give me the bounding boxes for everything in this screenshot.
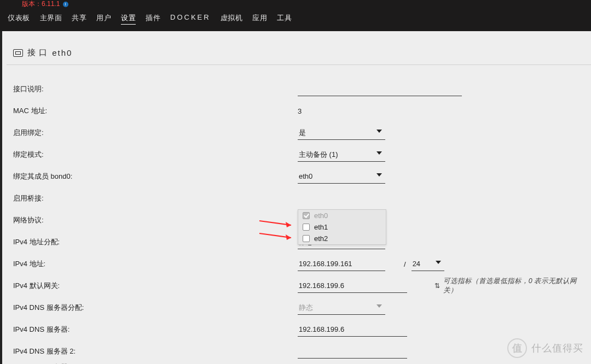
ipv4-dns1-input[interactable] <box>298 322 407 337</box>
ipv4-dns1-label: IPv4 DNS 服务器: <box>13 325 298 334</box>
dropdown-item-eth1[interactable]: eth1 <box>298 221 386 233</box>
nav-vm[interactable]: 虚拟机 <box>221 13 243 25</box>
nav-docker[interactable]: DOCKER <box>170 13 211 25</box>
annotation-arrow-2 <box>257 228 301 242</box>
watermark-text: 什么值得买 <box>531 342 583 355</box>
ipv4-gw-label: IPv4 默认网关: <box>13 281 298 291</box>
ipv4-assign-label: IPv4 地址分配: <box>13 237 298 247</box>
nav-users[interactable]: 用户 <box>96 13 111 25</box>
mac-value: 3 <box>298 107 302 115</box>
sort-icon: ⇅ <box>434 282 440 290</box>
bond-members-dropdown[interactable]: eth0 eth1 eth2 <box>298 209 386 245</box>
bridge-label: 启用桥接: <box>13 193 298 203</box>
nav-share[interactable]: 共享 <box>72 13 86 25</box>
nav-tools[interactable]: 工具 <box>277 13 292 25</box>
ipv4-dns-assign-label: IPv4 DNS 服务器分配: <box>13 303 298 313</box>
bond-mode-select[interactable] <box>298 148 385 162</box>
checkbox-icon[interactable] <box>303 224 310 231</box>
interface-desc-input[interactable] <box>298 82 462 96</box>
nic-icon <box>13 49 23 57</box>
interface-desc-label: 接口说明: <box>13 84 298 94</box>
main-nav: 仪表板 主界面 共享 用户 设置 插件 DOCKER 虚拟机 应用 工具 <box>0 8 591 31</box>
ipv4-gw-input[interactable] <box>298 279 407 293</box>
dropdown-item-eth2[interactable]: eth2 <box>298 233 386 244</box>
bond-mode-label: 绑定模式: <box>13 150 298 160</box>
ipv4-gw-hint: ⇅ 可选指标（首选最低指标，0 表示无默认网关） <box>434 277 591 295</box>
dropdown-item-label: eth1 <box>314 223 328 231</box>
checkbox-icon[interactable] <box>303 235 310 242</box>
version-value: 6.11.1 <box>42 0 60 8</box>
version-row: 版本：6.11.1 i <box>0 0 591 8</box>
ipv4-addr-label: IPv4 地址: <box>13 259 298 269</box>
watermark-badge: 值 <box>507 338 527 358</box>
nav-main[interactable]: 主界面 <box>40 13 62 25</box>
bond-enable-select[interactable] <box>298 126 385 140</box>
section-title-interface: eth0 <box>52 48 72 57</box>
mac-label: MAC 地址: <box>13 106 298 116</box>
section-title: 接 口 eth0 <box>7 31 591 65</box>
checkbox-icon <box>303 212 310 219</box>
bond-enable-label: 启用绑定: <box>13 128 298 138</box>
dropdown-item-label: eth2 <box>314 234 328 243</box>
ipv4-dns2-input[interactable] <box>298 344 407 359</box>
nav-settings[interactable]: 设置 <box>121 13 136 25</box>
nav-apps[interactable]: 应用 <box>252 13 267 25</box>
info-icon[interactable]: i <box>63 2 68 7</box>
dropdown-item-eth0: eth0 <box>298 210 386 221</box>
bond-members-label: 绑定其成员 bond0: <box>13 172 298 181</box>
bond-members-select[interactable] <box>298 169 385 184</box>
ipv4-mask-slash: / <box>404 260 406 268</box>
nav-plugins[interactable]: 插件 <box>146 13 160 25</box>
ipv4-addr-input[interactable] <box>298 257 385 271</box>
section-title-prefix: 接 口 <box>27 48 48 58</box>
page-body: 接 口 eth0 接口说明: MAC 地址: 3 启用绑定: <box>0 31 591 364</box>
proto-label: 网络协议: <box>13 215 298 225</box>
ipv4-dns-assign-select[interactable] <box>298 301 385 315</box>
watermark: 值 什么值得买 <box>507 338 583 358</box>
nav-dashboard[interactable]: 仪表板 <box>8 13 30 25</box>
version-label: 版本： <box>22 0 42 8</box>
ipv4-dns2-label: IPv4 DNS 服务器 2: <box>13 347 298 356</box>
ipv4-mask-select[interactable] <box>412 257 444 271</box>
dropdown-item-label: eth0 <box>314 212 328 220</box>
app-header: 版本：6.11.1 i 仪表板 主界面 共享 用户 设置 插件 DOCKER 虚… <box>0 0 591 31</box>
